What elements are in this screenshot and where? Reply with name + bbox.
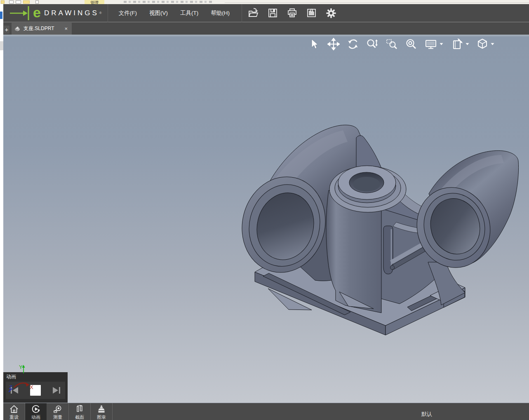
rotate-icon	[347, 38, 359, 50]
new-tab-button[interactable]: +	[4, 26, 9, 34]
configuration-label: 默认	[421, 411, 432, 418]
edrawings-logo: e DRAWINGS ®	[3, 4, 102, 22]
zoom-icon	[366, 38, 379, 50]
logo-name: DRAWINGS	[44, 9, 99, 17]
print-button[interactable]	[285, 6, 299, 20]
section-label: 截面	[75, 415, 84, 420]
logo-registered-mark: ®	[99, 11, 102, 15]
stop-button[interactable]	[30, 385, 41, 396]
pan-button[interactable]	[327, 38, 340, 50]
select-cursor-icon	[308, 38, 320, 50]
stamp-button[interactable]: 图章	[91, 403, 113, 420]
measure-label: 测量	[53, 415, 62, 420]
chevron-down-icon[interactable]	[491, 43, 494, 45]
background-icon	[1, 0, 5, 4]
menubar-separator	[108, 4, 108, 22]
tab-active-document[interactable]: 支座.SLDPRT ×	[12, 23, 72, 35]
fullscreen-monitor-icon	[424, 38, 437, 50]
publish-3d-icon	[306, 7, 317, 19]
background-icon	[16, 0, 21, 4]
rotate-button[interactable]	[347, 38, 359, 50]
background-gray-fragment	[0, 41, 3, 50]
animation-panel-title: 动画	[3, 372, 68, 380]
open-button[interactable]	[247, 6, 261, 20]
animation-controls	[6, 382, 65, 399]
model-viewport[interactable]: 动画 Y Z X	[3, 35, 529, 403]
reset-label: 重设	[9, 415, 19, 420]
background-window-edge	[225, 2, 529, 3]
open-icon	[248, 7, 259, 19]
previous-frame-button[interactable]	[9, 386, 20, 395]
zoom-fit-icon	[405, 38, 417, 50]
part-document-icon	[14, 26, 21, 32]
background-app-left-strip	[0, 4, 3, 420]
background-icon	[23, 0, 30, 4]
zoom-area-icon	[386, 38, 398, 50]
zoom-area-button[interactable]	[386, 38, 398, 50]
background-ribbon-tab[interactable]: 管理	[85, 0, 104, 4]
menu-help[interactable]: 帮助(H)	[205, 4, 236, 22]
menu-file[interactable]: 文件(F)	[113, 4, 143, 22]
chevron-down-icon[interactable]	[466, 43, 469, 45]
animation-panel: 动画	[3, 372, 68, 403]
orientation-button[interactable]	[476, 38, 494, 50]
measure-button[interactable]: 测量	[47, 403, 69, 420]
edrawings-window: e DRAWINGS ® 文件(F) 视图(V) 工具(T) 帮助(H)	[3, 4, 529, 420]
logo-e: e	[33, 5, 41, 19]
print-icon	[287, 7, 298, 19]
tab-close-button[interactable]: ×	[63, 26, 69, 32]
zoom-button[interactable]	[366, 38, 379, 50]
pan-icon	[327, 38, 340, 50]
menubar-separator	[242, 4, 242, 22]
background-ribbon-tab-label: 管理	[85, 0, 104, 4]
menu-view[interactable]: 视图(V)	[143, 4, 174, 22]
animation-label: 动画	[31, 415, 40, 420]
bottom-toolbar: 重设 动画 测量	[3, 403, 529, 420]
background-icon	[9, 0, 14, 4]
background-blue-fragment	[0, 12, 2, 19]
select-button[interactable]	[308, 38, 320, 50]
background-app-strip: 管理	[0, 0, 529, 4]
animation-icon	[30, 404, 42, 414]
measure-tape-icon	[52, 404, 64, 414]
stamp-label: 图章	[97, 415, 106, 420]
animation-button[interactable]: 动画	[25, 403, 47, 420]
reset-button[interactable]: 重设	[3, 403, 25, 420]
settings-button[interactable]	[324, 6, 338, 20]
fullscreen-button[interactable]	[424, 38, 443, 50]
chevron-down-icon[interactable]	[440, 43, 443, 45]
orientation-cube-icon	[476, 38, 489, 50]
background-window-title-fragments	[124, 1, 212, 3]
3d-part-canvas[interactable]	[3, 35, 529, 403]
background-icon	[35, 0, 39, 4]
section-button[interactable]: 截面	[69, 403, 91, 420]
view-toolbar	[308, 38, 494, 50]
gear-icon	[325, 7, 337, 19]
logo-arrow-icon	[9, 5, 32, 21]
document-tabbar: + 支座.SLDPRT ×	[3, 23, 529, 35]
zoom-fit-button[interactable]	[405, 38, 417, 50]
menu-tools[interactable]: 工具(T)	[174, 4, 205, 22]
save-button[interactable]	[266, 6, 280, 20]
drawing-views-icon	[450, 38, 463, 50]
publish-3d-button[interactable]	[305, 6, 319, 20]
home-icon	[8, 404, 20, 414]
next-frame-button[interactable]	[51, 386, 61, 395]
menubar: e DRAWINGS ® 文件(F) 视图(V) 工具(T) 帮助(H)	[3, 4, 529, 22]
save-icon	[267, 7, 278, 19]
section-icon	[73, 404, 86, 414]
stamp-icon	[95, 404, 108, 414]
part-支座	[232, 125, 519, 335]
tab-title: 支座.SLDPRT	[24, 25, 63, 32]
views-button[interactable]	[450, 38, 469, 50]
